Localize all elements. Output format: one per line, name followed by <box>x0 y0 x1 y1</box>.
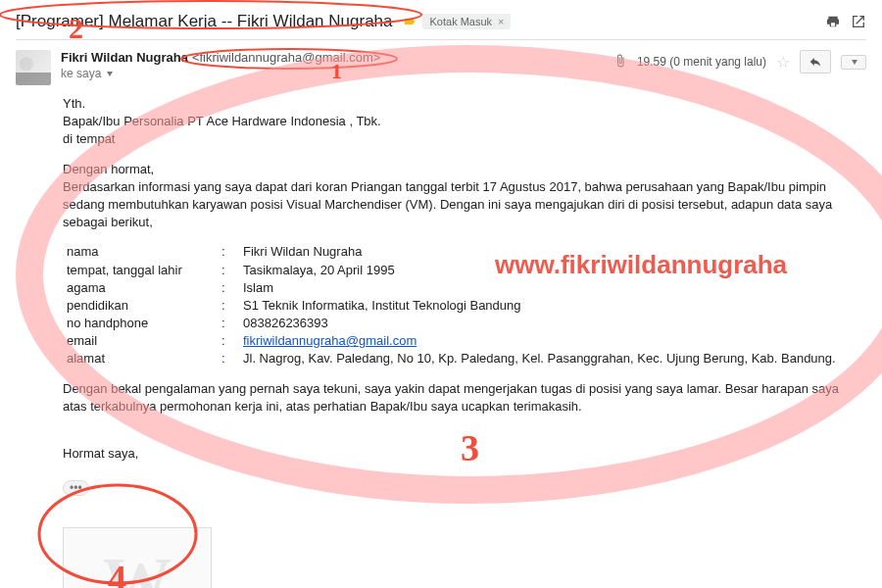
chevron-down-icon <box>107 72 113 76</box>
applicant-field-row: nama:Fikri Wildan Nugraha <box>63 243 840 261</box>
applicant-field-row: agama:Islam <box>63 279 840 297</box>
recipient-dropdown[interactable]: ke saya <box>61 67 380 80</box>
star-icon[interactable]: ☆ <box>776 53 790 72</box>
email-time: 19.59 (0 menit yang lalu) <box>637 55 766 69</box>
field-value: Fikri Wildan Nugraha <box>239 243 840 261</box>
inbox-label-chip[interactable]: Kotak Masuk × <box>422 14 511 29</box>
field-label: tempat, tanggal lahir <box>63 262 218 279</box>
paragraph-1: Berdasarkan informasi yang saya dapat da… <box>63 179 832 229</box>
applicant-field-row: alamat:Jl. Nagrog, Kav. Paledang, No 10,… <box>63 350 840 368</box>
field-value: 083826236393 <box>239 315 840 332</box>
remove-label-icon[interactable]: × <box>498 16 504 27</box>
addressee-line-2: di tempat <box>63 131 115 146</box>
field-value: Jl. Nagrog, Kav. Paledang, No 10, Kp. Pa… <box>239 350 840 368</box>
applicant-data-table: nama:Fikri Wildan Nugrahatempat, tanggal… <box>63 243 840 368</box>
signoff: Hormat saya, <box>63 445 866 463</box>
field-value: S1 Teknik Informatika, Institut Teknolog… <box>239 297 840 315</box>
print-icon[interactable] <box>825 14 841 29</box>
field-value: Islam <box>239 279 840 297</box>
open-new-window-icon[interactable] <box>851 14 866 29</box>
email-subject: [Programer] Melamar Kerja -- Fikri Wilda… <box>16 12 393 31</box>
field-label: pendidikan <box>63 297 218 315</box>
sender-name: Fikri Wildan Nugraha <box>61 50 188 65</box>
opening: Dengan hormat, <box>63 162 154 176</box>
field-value: Tasikmalaya, 20 April 1995 <box>239 262 840 279</box>
applicant-field-row: no handphone:083826236393 <box>63 315 840 332</box>
paperclip-icon <box>613 54 627 71</box>
applicant-field-row: tempat, tanggal lahir:Tasikmalaya, 20 Ap… <box>63 262 840 279</box>
attachment-preview[interactable]: W <box>63 527 212 588</box>
email-header: Fikri Wildan Nugraha <fikriwildannugraha… <box>16 40 866 91</box>
label-tag-icon[interactable] <box>403 15 416 28</box>
recipient-label: ke saya <box>61 67 101 80</box>
field-label: nama <box>63 243 218 261</box>
addressee-line-1: Bapak/Ibu Personalia PT Ace Hardware Ind… <box>63 114 381 128</box>
show-trimmed-toggle[interactable]: ••• <box>63 480 89 496</box>
applicant-field-row: email:fikriwildannugraha@gmail.com <box>63 332 840 350</box>
field-label: email <box>63 332 218 350</box>
email-link[interactable]: fikriwildannugraha@gmail.com <box>243 333 416 348</box>
greeting: Yth. <box>63 96 85 111</box>
reply-button[interactable] <box>800 50 831 74</box>
word-doc-preview-icon: W <box>103 543 172 588</box>
field-label: alamat <box>63 350 218 368</box>
field-label: no handphone <box>63 315 218 332</box>
subject-row: [Programer] Melamar Kerja -- Fikri Wilda… <box>16 8 866 40</box>
applicant-field-row: pendidikan:S1 Teknik Informatika, Instit… <box>63 297 840 315</box>
field-label: agama <box>63 279 218 297</box>
paragraph-2: Dengan bekal pengalaman yang pernah saya… <box>63 380 866 416</box>
sender-avatar[interactable] <box>16 50 51 85</box>
field-value[interactable]: fikriwildannugraha@gmail.com <box>239 332 840 350</box>
sender-email: <fikriwildannugraha@gmail.com> <box>192 50 380 65</box>
chevron-down-icon <box>852 60 858 65</box>
attachment-section: W W CV rOLLins pRIN... <box>16 498 866 588</box>
email-body: Yth. Bapak/Ibu Personalia PT Ace Hardwar… <box>16 91 866 498</box>
inbox-label-text: Kotak Masuk <box>430 16 493 27</box>
more-actions-button[interactable] <box>841 55 866 70</box>
